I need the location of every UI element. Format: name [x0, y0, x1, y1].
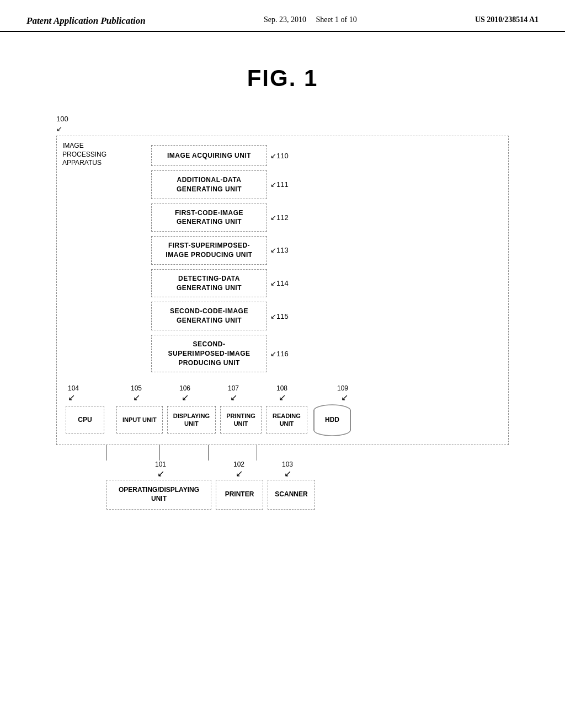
external-section: 101↙ 102↙ 103↙ OPERATING/DISPLAYINGUNIT …: [56, 445, 509, 509]
publication-label: Patent Application Publication: [26, 15, 146, 26]
scanner-box: SCANNER: [268, 480, 315, 509]
ref-115: ↙115: [270, 312, 289, 320]
apparatus-label-line3: APPARATUS: [62, 159, 106, 168]
ref-110: ↙110: [270, 152, 289, 160]
ref-109-label: 109↙: [306, 384, 350, 403]
unit-row-111: ADDITIONAL-DATAGENERATING UNIT ↙111: [151, 170, 289, 199]
unit-box-116: SECOND-SUPERIMPOSED-IMAGEPRODUCING UNIT: [151, 335, 267, 372]
unit-row-110: IMAGE ACQUIRING UNIT ↙110: [151, 145, 289, 166]
ref-114: ↙114: [270, 279, 289, 287]
unit-box-114: DETECTING-DATAGENERATING UNIT: [151, 269, 267, 298]
unit-box-111: ADDITIONAL-DATAGENERATING UNIT: [151, 170, 267, 199]
sheet-label: Sheet 1 of 10: [316, 15, 356, 24]
ref-112: ↙112: [270, 213, 289, 222]
unit-row-115: SECOND-CODE-IMAGEGENERATING UNIT ↙115: [151, 302, 289, 330]
ext-ref-102: 102↙: [215, 461, 263, 479]
ref-105-label: 105↙: [112, 384, 161, 403]
ref-107-label: 107↙: [209, 384, 258, 403]
external-boxes-row: OPERATING/DISPLAYINGUNIT PRINTER SCANNER: [106, 480, 509, 509]
reading-unit-box: READINGUNIT: [266, 406, 307, 433]
input-unit-box: INPUT UNIT: [116, 406, 163, 433]
diagram: 100 ↙ IMAGE PROCESSING APPARATUS IMAGE A…: [34, 114, 531, 510]
unit-row-114: DETECTING-DATAGENERATING UNIT ↙114: [151, 269, 289, 298]
hdd-box: HDD: [312, 404, 353, 436]
bottom-boxes-row: CPU INPUT UNIT DISPLAYINGUNIT PRINTINGUN…: [66, 404, 499, 436]
ref-116: ↙116: [270, 350, 289, 358]
apparatus-label: IMAGE PROCESSING APPARATUS: [62, 142, 106, 168]
ref-100-label: 100 ↙: [56, 114, 531, 133]
header-center: Sep. 23, 2010 Sheet 1 of 10: [264, 15, 357, 24]
printer-box: PRINTER: [216, 480, 263, 509]
vertical-lines: [56, 445, 376, 461]
operating-displaying-unit-box: OPERATING/DISPLAYINGUNIT: [106, 480, 211, 509]
bottom-refs-row: 104↙ 105↙ 106↙ 107↙ 108↙ 109↙: [66, 384, 499, 403]
apparatus-label-line2: PROCESSING: [62, 151, 106, 159]
ref-111: ↙111: [270, 180, 289, 189]
unit-row-116: SECOND-SUPERIMPOSED-IMAGEPRODUCING UNIT …: [151, 335, 289, 372]
units-column: IMAGE ACQUIRING UNIT ↙110 ADDITIONAL-DAT…: [151, 145, 499, 377]
figure-title: FIG. 1: [0, 65, 565, 92]
apparatus-box: IMAGE PROCESSING APPARATUS IMAGE ACQUIRI…: [56, 136, 509, 445]
unit-box-113: FIRST-SUPERIMPOSED-IMAGE PRODUCING UNIT: [151, 236, 267, 265]
ref-106-label: 106↙: [161, 384, 209, 403]
patent-number: US 2010/238514 A1: [475, 15, 539, 24]
bottom-section: 104↙ 105↙ 106↙ 107↙ 108↙ 109↙: [66, 384, 499, 436]
unit-box-110: IMAGE ACQUIRING UNIT: [151, 145, 267, 166]
ext-ref-103: 103↙: [263, 461, 312, 479]
date-label: Sep. 23, 2010: [264, 15, 306, 24]
ext-ref-101: 101↙: [106, 461, 215, 479]
hdd-label: HDD: [325, 416, 339, 424]
cpu-box: CPU: [66, 406, 104, 433]
ref-100-text: 100: [56, 115, 68, 123]
unit-box-112: FIRST-CODE-IMAGEGENERATING UNIT: [151, 204, 267, 232]
ext-refs-row: 101↙ 102↙ 103↙: [106, 461, 482, 479]
unit-row-113: FIRST-SUPERIMPOSED-IMAGE PRODUCING UNIT …: [151, 236, 289, 265]
unit-row-112: FIRST-CODE-IMAGEGENERATING UNIT ↙112: [151, 204, 289, 232]
page-header: Patent Application Publication Sep. 23, …: [0, 0, 565, 32]
ref-104-label: 104↙: [66, 384, 112, 403]
ref-108-label: 108↙: [258, 384, 306, 403]
printing-unit-box: PRINTINGUNIT: [220, 406, 262, 433]
apparatus-label-line1: IMAGE: [62, 142, 106, 151]
displaying-unit-box: DISPLAYINGUNIT: [167, 406, 216, 433]
unit-box-115: SECOND-CODE-IMAGEGENERATING UNIT: [151, 302, 267, 330]
ref-113: ↙113: [270, 246, 289, 254]
